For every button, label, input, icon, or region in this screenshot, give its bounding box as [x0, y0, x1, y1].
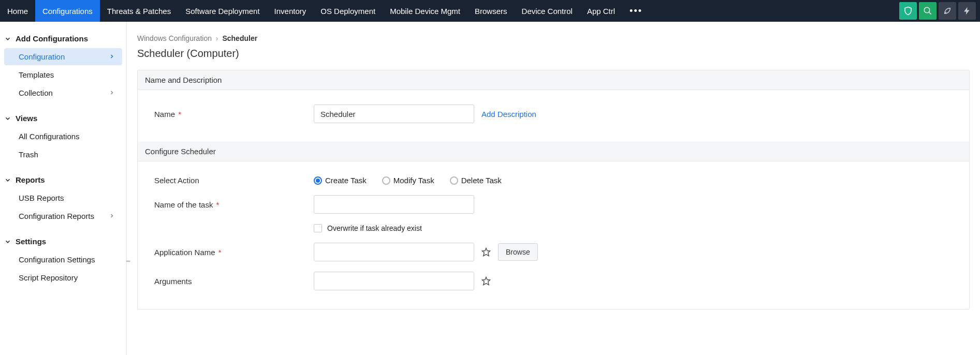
sidebar-item-usb-reports[interactable]: USB Reports — [4, 189, 122, 206]
sidebar-group-views[interactable]: Views — [0, 110, 126, 127]
required-indicator: * — [216, 248, 222, 257]
application-name-input[interactable] — [314, 243, 474, 261]
star-icon[interactable] — [481, 247, 491, 257]
label-app-name: Application Name * — [138, 248, 314, 257]
svg-point-0 — [924, 7, 930, 13]
sidebar-item-label: Trash — [19, 150, 38, 159]
form-panel: Name and Description Name * Add Descript… — [137, 70, 970, 309]
radio-label: Create Task — [325, 176, 367, 185]
overwrite-label: Overwrite if task already exist — [327, 224, 422, 232]
action-radio-group: Create Task Modify Task Delete Task — [314, 176, 502, 185]
breadcrumb: Windows Configuration › Scheduler — [137, 34, 970, 42]
chevron-right-icon — [109, 212, 115, 220]
sidebar-item-label: Configuration Settings — [19, 255, 95, 264]
shield-icon[interactable] — [899, 2, 917, 20]
sidebar-item-trash[interactable]: Trash — [4, 146, 122, 163]
nav-home[interactable]: Home — [0, 0, 35, 22]
radio-modify-task[interactable]: Modify Task — [382, 176, 434, 185]
top-nav-right — [899, 0, 980, 22]
sidebar-collapse-handle[interactable]: ⫴ — [123, 260, 129, 272]
nav-threats-patches[interactable]: Threats & Patches — [100, 0, 178, 22]
nav-device-control[interactable]: Device Control — [515, 0, 580, 22]
task-name-input[interactable] — [314, 195, 474, 214]
nav-mobile-device-mgmt[interactable]: Mobile Device Mgmt — [383, 0, 467, 22]
required-indicator: * — [214, 200, 219, 209]
nav-configurations[interactable]: Configurations — [35, 0, 100, 22]
rocket-icon[interactable] — [939, 2, 956, 20]
radio-create-task[interactable]: Create Task — [314, 176, 367, 185]
sidebar-group-settings[interactable]: Settings — [0, 233, 126, 250]
nav-software-deployment[interactable]: Software Deployment — [178, 0, 267, 22]
label-task-name: Name of the task * — [138, 200, 314, 209]
nav-more[interactable]: ••• — [622, 0, 650, 22]
section-header-name-desc: Name and Description — [138, 70, 969, 90]
chevron-right-icon: › — [216, 34, 218, 42]
chevron-right-icon — [109, 88, 115, 97]
required-indicator: * — [176, 110, 181, 119]
sidebar-item-label: Configuration Reports — [19, 212, 94, 220]
sidebar-item-configuration[interactable]: Configuration — [4, 48, 122, 65]
svg-marker-3 — [482, 277, 490, 285]
sidebar-item-configuration-reports[interactable]: Configuration Reports — [4, 208, 122, 225]
name-input[interactable] — [314, 105, 474, 123]
sidebar-group-label: Reports — [16, 175, 45, 184]
sidebar-group-label: Settings — [16, 237, 46, 246]
main-content: Windows Configuration › Scheduler Schedu… — [127, 22, 980, 355]
radio-delete-task[interactable]: Delete Task — [450, 176, 502, 185]
nav-os-deployment[interactable]: OS Deployment — [313, 0, 383, 22]
chevron-down-icon — [4, 238, 11, 245]
chevron-down-icon — [4, 176, 11, 184]
breadcrumb-root[interactable]: Windows Configuration — [137, 34, 212, 42]
sidebar-item-templates[interactable]: Templates — [4, 66, 122, 83]
radio-dot-icon — [450, 176, 458, 185]
sidebar-item-collection[interactable]: Collection — [4, 84, 122, 101]
label-select-action: Select Action — [138, 176, 314, 185]
radio-label: Delete Task — [461, 176, 502, 185]
sidebar-item-all-configurations[interactable]: All Configurations — [4, 128, 122, 145]
label-arguments: Arguments — [138, 277, 314, 286]
sidebar-group-add-configurations[interactable]: Add Configurations — [0, 30, 126, 47]
sidebar-item-label: Templates — [19, 70, 54, 79]
sidebar-item-configuration-settings[interactable]: Configuration Settings — [4, 251, 122, 268]
overwrite-checkbox[interactable] — [314, 224, 322, 232]
sidebar-item-label: All Configurations — [19, 132, 80, 141]
sidebar-group-reports[interactable]: Reports — [0, 171, 126, 188]
breadcrumb-current: Scheduler — [222, 34, 257, 42]
radio-dot-icon — [314, 176, 322, 185]
label-name: Name * — [138, 110, 314, 119]
nav-app-ctrl[interactable]: App Ctrl — [580, 0, 622, 22]
chevron-right-icon — [109, 52, 115, 61]
sidebar-item-script-repository[interactable]: Script Repository — [4, 269, 122, 286]
chevron-down-icon — [4, 115, 11, 122]
search-icon[interactable] — [919, 2, 937, 20]
section-header-configure: Configure Scheduler — [138, 142, 969, 161]
sidebar: Add Configurations Configuration Templat… — [0, 22, 127, 355]
add-description-link[interactable]: Add Description — [481, 110, 536, 119]
star-icon[interactable] — [481, 276, 491, 286]
radio-label: Modify Task — [393, 176, 434, 185]
radio-dot-icon — [382, 176, 390, 185]
flash-icon[interactable] — [958, 2, 976, 20]
svg-line-1 — [929, 12, 931, 14]
sidebar-item-label: USB Reports — [19, 194, 64, 202]
chevron-down-icon — [4, 35, 11, 42]
browse-button[interactable]: Browse — [498, 243, 538, 261]
nav-browsers[interactable]: Browsers — [467, 0, 515, 22]
nav-inventory[interactable]: Inventory — [267, 0, 314, 22]
sidebar-group-label: Views — [16, 114, 37, 123]
sidebar-group-label: Add Configurations — [16, 34, 88, 43]
sidebar-item-label: Collection — [19, 88, 53, 97]
page-title: Scheduler (Computer) — [137, 48, 970, 60]
svg-marker-2 — [482, 248, 490, 256]
top-nav: Home Configurations Threats & Patches So… — [0, 0, 980, 22]
sidebar-item-label: Script Repository — [19, 273, 78, 282]
arguments-input[interactable] — [314, 272, 474, 290]
sidebar-item-label: Configuration — [19, 52, 65, 61]
